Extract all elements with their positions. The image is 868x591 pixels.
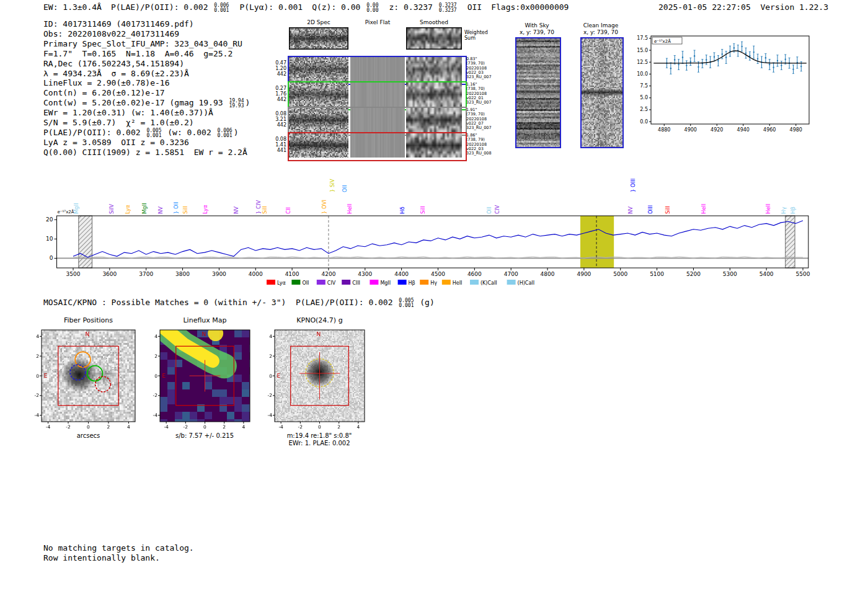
mini-ylabel: e⁻¹⁷x2Å	[654, 38, 671, 44]
spec2d-row-smoothed-image	[406, 133, 462, 158]
withsky-image	[515, 37, 561, 148]
svg-text:4100: 4100	[285, 271, 299, 277]
svg-text:5400: 5400	[760, 271, 774, 277]
svg-text:5500: 5500	[796, 271, 810, 277]
text-segment: MOSAIC/KPNO : Possible Matches = 0 (with…	[43, 298, 415, 307]
legend-swatch	[507, 280, 516, 285]
line-label: Lyα	[125, 205, 131, 214]
legend-label: CIII	[352, 280, 360, 286]
kpno-title: KPNO(24.7) g	[275, 316, 365, 324]
info-line: Obs: 20220108v022_4017311469	[43, 29, 250, 39]
text-segment: RA,Dec (176.502243,54.151894)	[43, 59, 184, 68]
legend-swatch	[342, 280, 350, 285]
mosaic-matches-line: MOSAIC/KPNO : Possible Matches = 0 (with…	[43, 298, 435, 308]
svg-text:4800: 4800	[541, 271, 555, 277]
legend-swatch	[267, 280, 275, 285]
spec2d-row-left-stats: 0.471.20442	[270, 60, 286, 77]
line-label: SiIV	[108, 204, 115, 214]
full-spectrum-chart: 3500360037003800390040004100420043004400…	[34, 166, 834, 293]
svg-text:17.5: 17.5	[637, 35, 648, 41]
text-segment: )	[246, 98, 250, 107]
text-segment: )	[234, 128, 239, 137]
text-segment: P(Lyα): 0.001	[239, 2, 303, 12]
kpno-xlabel2: EWr: 1. PLAE: 0.002	[270, 440, 369, 447]
text-segment: P(LAE)/P(OII): 0.002 0.0050.001	[43, 128, 162, 137]
legend-label: OII	[302, 280, 309, 286]
clean-title: Clean Image	[576, 22, 626, 29]
detected-line-band	[580, 216, 614, 268]
legend-label: MgII	[380, 280, 391, 286]
text-segment: OII	[467, 2, 482, 12]
spectrum-line	[73, 221, 803, 257]
clean-coords: x, y: 739, 70	[576, 29, 626, 35]
line-label: SiII	[665, 206, 671, 214]
stacked-value: 0.32370.3237	[439, 3, 457, 12]
header-stats-line: EW: 1.3±0.4ÅP(LAE)/P(OII): 0.002 0.0060.…	[43, 2, 578, 12]
svg-text:4600: 4600	[467, 271, 482, 277]
legend-swatch	[291, 280, 300, 285]
withsky-coords: x, y: 739, 70	[512, 29, 562, 35]
footer-line-2: Row intentionally blank.	[43, 553, 194, 563]
fiber-xlabel: arcsecs	[42, 432, 135, 439]
spec2d-row-annotation: 0.83"(739, 70)20220108v022_03323_RU_007	[466, 57, 496, 79]
info-line: S/N = 5.9(±0.7) χ² = 1.0(±0.2)	[43, 118, 250, 128]
spec2d-row-2dspec-image	[289, 133, 348, 158]
line-label: SiII	[420, 206, 426, 214]
text-segment: Cont(n) = 6.20(±0.12)e-17	[43, 88, 165, 97]
weighted-sum-2dspec-image	[289, 27, 348, 50]
line-label: Hδ	[399, 207, 405, 214]
text-segment: LineFlux = 2.90(±0.78)e-16	[43, 78, 170, 87]
elixer-report-page: EW: 1.3±0.4ÅP(LAE)/P(OII): 0.002 0.0060.…	[0, 0, 868, 591]
svg-text:3700: 3700	[139, 271, 153, 277]
svg-text:3600: 3600	[102, 271, 117, 277]
svg-text:4980: 4980	[790, 127, 802, 133]
stacked-value: 0.0050.001	[146, 128, 161, 138]
spec2d-row-pixelflat-image	[350, 82, 405, 107]
spec2d-row-2dspec-image	[289, 108, 348, 132]
info-line: ID: 4017311469 (4017311469.pdf)	[43, 19, 250, 29]
legend-swatch	[442, 280, 451, 285]
spec2d-header-smoothed: Smoothed	[406, 19, 462, 25]
withsky-title: With Sky	[512, 22, 562, 29]
svg-text:4300: 4300	[358, 271, 372, 277]
svg-text:5000: 5000	[613, 271, 627, 277]
line-label: } OIII	[630, 179, 636, 192]
report-timestamp: 2025-01-05 22:27:05	[658, 2, 751, 12]
line-label: OII	[486, 207, 492, 214]
svg-text:4200: 4200	[321, 271, 335, 277]
text-segment: z: 0.3237 0.32370.3237	[389, 2, 458, 12]
spec2d-row-left-stats: 0.083.21442	[270, 111, 286, 128]
line-label: } OII	[173, 202, 179, 214]
svg-text:5.0: 5.0	[640, 95, 648, 100]
stacked-value: 19.9419.93	[229, 99, 244, 108]
svg-text:3900: 3900	[212, 271, 226, 277]
info-line: Cont(n) = 6.20(±0.12)e-17	[43, 88, 250, 98]
emission-line-fit-chart: 0.02.55.07.510.012.515.017.5488049004920…	[626, 30, 837, 138]
svg-text:10.0: 10.0	[637, 71, 648, 77]
spec2d-row-2dspec-image	[289, 82, 348, 107]
line-label: OII	[342, 185, 348, 192]
line-labels: MgIISiIVLyαMgIINV} OIISiIILyαNV} CIVSiII…	[73, 179, 796, 214]
spec2d-row-smoothed-image	[406, 82, 462, 107]
line-label: NV	[233, 207, 239, 214]
spectrum-ylabel: e⁻¹⁷x2Å	[58, 209, 74, 215]
footer-note: No matching targets in catalog. Row inte…	[43, 543, 194, 563]
text-segment: S/N = 5.9(±0.7) χ² = 1.0(±0.2)	[43, 118, 194, 127]
svg-text:0: 0	[50, 255, 53, 261]
weighted-sum-smoothed-image	[406, 27, 462, 50]
line-label: NV	[627, 207, 634, 214]
legend-label: HeII	[453, 280, 463, 286]
line-label: } OVI	[321, 200, 327, 214]
header-meta-gap	[751, 2, 761, 12]
spec2d-row-2dspec-image	[289, 57, 348, 81]
legend-swatch	[370, 280, 378, 285]
svg-text:4900: 4900	[577, 271, 591, 277]
line-label: Hγ	[781, 207, 787, 214]
line-label: HeII	[765, 203, 771, 214]
text-segment: ID: 4017311469 (4017311469.pdf)	[43, 19, 194, 29]
info-line: Q(0.00) CIII(1909) z = 1.5851 EW r = 2.2…	[43, 148, 250, 158]
line-label: SiII	[262, 206, 268, 214]
svg-text:4700: 4700	[504, 271, 518, 277]
legend-swatch	[398, 280, 407, 285]
spec2d-header-pixelflat: Pixel Flat	[350, 19, 405, 25]
